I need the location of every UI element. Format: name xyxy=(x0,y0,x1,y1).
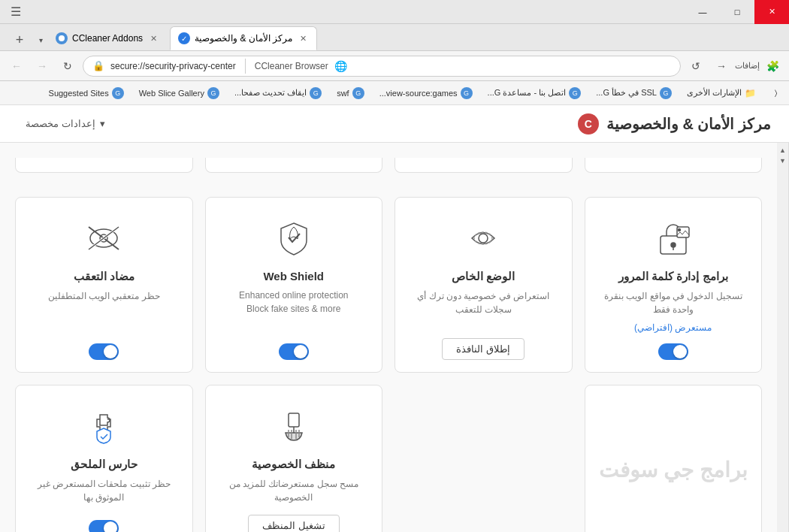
page-header: مركز الأمان & والخصوصية C ▾ إعدادات مخصص… xyxy=(0,105,789,143)
bookmark-stop-update[interactable]: G ايقاف تحديث صفحا... xyxy=(228,86,328,101)
title-bar: ☰ — □ ✕ xyxy=(0,0,789,24)
privacy-cleaner-icon xyxy=(271,404,316,449)
web-shield-footer xyxy=(279,343,309,360)
maximize-button[interactable]: □ xyxy=(720,0,754,24)
bookmark-other-bookmarks[interactable]: 📁 الإشارات الأخرى xyxy=(681,86,762,100)
address-separator xyxy=(245,59,246,74)
security-tab-label: مركز الأمان & والخصوصية xyxy=(195,33,292,44)
addon-guard-icon xyxy=(81,404,126,449)
tab-bar: + ▾ CCleaner Addons ✕ ✓ مركز الأمان & وا… xyxy=(0,24,789,51)
globe-icon-3: G xyxy=(461,87,473,99)
addon-guard-toggle[interactable] xyxy=(89,520,119,532)
password-manager-link[interactable]: مستعرض (افتراضي) xyxy=(634,322,712,333)
view-source-label: view-source:games... xyxy=(379,89,458,98)
hamburger-menu[interactable]: ☰ xyxy=(6,5,26,19)
address-input[interactable]: 🔒 secure://security-privacy-center CClea… xyxy=(83,56,681,77)
private-mode-footer: إطلاق النافذة xyxy=(442,338,524,360)
swf-label: swf xyxy=(337,89,349,98)
ssl-error-label: SSL في خطأ G... xyxy=(596,88,657,98)
page-logo: C xyxy=(578,113,599,135)
anti-tracking-footer xyxy=(89,343,119,360)
address-brand: CCleaner Browser xyxy=(255,61,328,71)
anti-tracking-icon xyxy=(81,216,126,261)
private-mode-title: الوضع الخاص xyxy=(452,270,515,283)
svg-point-6 xyxy=(479,234,488,243)
card-placeholder xyxy=(394,385,573,532)
svg-point-0 xyxy=(59,35,65,41)
privacy-cleaner-title: منظف الخصوصية xyxy=(252,458,335,471)
settings-chevron-icon: ▾ xyxy=(100,118,105,129)
bookmarks-bar: 〈 📁 الإشارات الأخرى G SSL في خطأ G... G … xyxy=(0,81,789,105)
top-partial-4 xyxy=(15,158,193,173)
top-partial-2 xyxy=(394,158,573,173)
bookmark-suggested-sites[interactable]: G Suggested Sites xyxy=(43,86,130,101)
web-slice-gallery-label: Web Slice Gallery xyxy=(139,89,204,98)
contact-label: اتصل بنا - مساعدة G... xyxy=(488,88,567,98)
bookmark-contact[interactable]: G اتصل بنا - مساعدة G... xyxy=(482,86,588,101)
anti-tracking-toggle[interactable] xyxy=(89,343,119,360)
bookmark-swf[interactable]: G swf xyxy=(331,86,370,101)
reload-button[interactable]: ↻ xyxy=(57,56,78,77)
globe-icon-2: G xyxy=(569,87,581,99)
main-content: ▲ ▼ xyxy=(0,143,789,532)
private-mode-desc: استعراض في خصوصية دون ترك أي سجلات للتعق… xyxy=(407,289,560,328)
window-controls: — □ ✕ xyxy=(685,0,789,24)
privacy-cleaner-desc: مسح سجل مستعرضاتك للمزيد من الخصوصية xyxy=(218,477,370,504)
scroll-up-arrow[interactable]: ▲ xyxy=(778,146,787,155)
settings-label: إعدادات مخصصة xyxy=(26,118,95,129)
globe-icon-4: G xyxy=(352,87,364,99)
close-button[interactable]: ✕ xyxy=(754,0,789,24)
puzzle-icon[interactable]: 🧩 xyxy=(762,56,783,77)
web-shield-title: Web Shield xyxy=(263,270,324,283)
extensions-button[interactable]: إضافات xyxy=(736,56,757,77)
security-tab-close[interactable]: ✕ xyxy=(297,32,309,44)
globe-icon-5: G xyxy=(310,87,322,99)
web-shield-desc: Enhanced online protection Block fake si… xyxy=(239,289,348,333)
tab-chevron[interactable]: ▾ xyxy=(33,29,48,50)
lock-icon: 🔒 xyxy=(92,60,104,71)
forward-button[interactable]: → xyxy=(32,56,53,77)
svg-point-5 xyxy=(678,229,680,231)
svg-rect-13 xyxy=(289,413,299,427)
private-mode-icon xyxy=(461,216,506,261)
other-bookmarks-label: الإشارات الأخرى xyxy=(687,88,742,98)
password-manager-desc: تسجيل الدخول في مواقع الويب بنقرة واحدة … xyxy=(597,289,750,316)
bookmark-ssl-error[interactable]: G SSL في خطأ G... xyxy=(590,86,678,101)
top-partial-3 xyxy=(205,158,383,173)
stop-update-label: ايقاف تحديث صفحا... xyxy=(234,88,307,98)
web-shield-toggle[interactable] xyxy=(279,343,309,360)
svg-point-2 xyxy=(671,243,676,247)
minimize-button[interactable]: — xyxy=(685,0,720,24)
back-button[interactable]: ← xyxy=(6,56,27,77)
scroll-down-arrow[interactable]: ▼ xyxy=(778,156,787,165)
address-bar: ← → ↻ 🔒 secure://security-privacy-center… xyxy=(0,51,789,81)
new-tab-button[interactable]: + xyxy=(9,29,30,50)
password-manager-toggle[interactable] xyxy=(658,343,688,360)
tab-ccleaner-addons[interactable]: CCleaner Addons ✕ xyxy=(48,26,167,50)
folder-icon: 📁 xyxy=(745,88,756,98)
card-private-mode: الوضع الخاص استعراض في خصوصية دون ترك أي… xyxy=(394,197,573,373)
watermark-text: برامج جي سوفت xyxy=(599,404,748,532)
bookmarks-arrow[interactable]: 〈 xyxy=(768,86,783,101)
ccleaner-tab-icon xyxy=(56,32,68,44)
card-watermark: برامج جي سوفت xyxy=(585,385,763,532)
privacy-cleaner-footer: تشغيل المنظف xyxy=(248,515,340,532)
run-cleaner-button[interactable]: تشغيل المنظف xyxy=(248,515,340,532)
tab-security-privacy[interactable]: ✓ مركز الأمان & والخصوصية ✕ xyxy=(170,26,317,50)
addon-guard-desc: حظر تثبيت ملحقات المستعرض غير الموثوق به… xyxy=(28,477,180,509)
title-bar-left: ☰ xyxy=(0,5,26,19)
suggested-sites-label: Suggested Sites xyxy=(49,89,109,98)
custom-settings-button[interactable]: ▾ إعدادات مخصصة xyxy=(18,115,113,132)
bookmark-view-source[interactable]: G view-source:games... xyxy=(373,86,479,101)
next-button[interactable]: → xyxy=(711,56,732,77)
refresh-button[interactable]: ↺ xyxy=(685,56,706,77)
launch-window-button[interactable]: إطلاق النافذة xyxy=(442,338,524,360)
anti-tracking-title: مضاد التعقب xyxy=(74,270,135,283)
cards-grid: برامج إدارة كلمة المرور تسجيل الدخول في … xyxy=(15,197,762,373)
ccleaner-tab-close[interactable]: ✕ xyxy=(147,32,159,44)
addon-guard-footer xyxy=(89,520,119,532)
anti-tracking-desc: حظر متعقبي الويب المتطفلين xyxy=(48,289,160,333)
bookmark-web-slice-gallery[interactable]: G Web Slice Gallery xyxy=(133,86,225,101)
card-web-shield: Web Shield Enhanced online protection Bl… xyxy=(205,197,383,373)
scroll-sidebar: ▲ ▼ xyxy=(777,143,789,532)
